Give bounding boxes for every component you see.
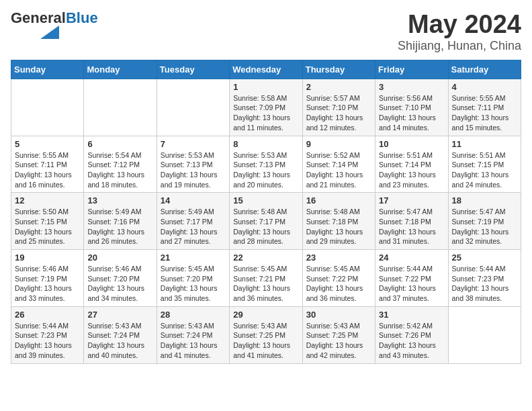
weekday-header-sunday: Sunday xyxy=(11,60,84,79)
day-cell: 5Sunrise: 5:55 AM Sunset: 7:11 PM Daylig… xyxy=(11,136,84,193)
day-number: 27 xyxy=(87,310,152,320)
day-number: 9 xyxy=(306,139,371,149)
day-info: Sunrise: 5:43 AM Sunset: 7:24 PM Dayligh… xyxy=(161,321,226,361)
day-info: Sunrise: 5:48 AM Sunset: 7:17 PM Dayligh… xyxy=(233,207,298,246)
weekday-header-tuesday: Tuesday xyxy=(157,60,229,79)
day-info: Sunrise: 5:46 AM Sunset: 7:20 PM Dayligh… xyxy=(87,264,152,304)
day-number: 29 xyxy=(233,310,298,320)
day-info: Sunrise: 5:47 AM Sunset: 7:18 PM Dayligh… xyxy=(379,207,444,246)
day-cell: 19Sunrise: 5:46 AM Sunset: 7:19 PM Dayli… xyxy=(11,250,84,307)
day-number: 18 xyxy=(452,195,517,205)
day-number: 5 xyxy=(15,139,80,149)
week-row-4: 19Sunrise: 5:46 AM Sunset: 7:19 PM Dayli… xyxy=(11,250,521,307)
day-cell: 30Sunrise: 5:43 AM Sunset: 7:25 PM Dayli… xyxy=(302,306,375,363)
day-info: Sunrise: 5:57 AM Sunset: 7:10 PM Dayligh… xyxy=(306,93,371,133)
day-number: 15 xyxy=(233,195,298,205)
day-info: Sunrise: 5:55 AM Sunset: 7:11 PM Dayligh… xyxy=(15,150,80,190)
day-number: 8 xyxy=(233,139,298,149)
day-number: 23 xyxy=(306,253,371,263)
day-number: 6 xyxy=(87,139,152,149)
day-number: 14 xyxy=(161,195,226,205)
day-number: 17 xyxy=(379,195,444,205)
day-number: 25 xyxy=(452,253,517,263)
day-cell: 10Sunrise: 5:51 AM Sunset: 7:14 PM Dayli… xyxy=(375,136,448,193)
page-header: GeneralBlue May 2024 Shijiang, Hunan, Ch… xyxy=(11,11,521,53)
day-number: 7 xyxy=(161,139,226,149)
day-cell: 2Sunrise: 5:57 AM Sunset: 7:10 PM Daylig… xyxy=(302,79,375,136)
week-row-3: 12Sunrise: 5:50 AM Sunset: 7:15 PM Dayli… xyxy=(11,193,521,250)
day-info: Sunrise: 5:55 AM Sunset: 7:11 PM Dayligh… xyxy=(452,93,517,133)
day-cell: 29Sunrise: 5:43 AM Sunset: 7:25 PM Dayli… xyxy=(230,306,302,363)
day-cell xyxy=(84,79,157,136)
day-number: 24 xyxy=(379,253,444,263)
day-cell: 3Sunrise: 5:56 AM Sunset: 7:10 PM Daylig… xyxy=(375,79,448,136)
day-number: 31 xyxy=(379,310,444,320)
day-info: Sunrise: 5:49 AM Sunset: 7:16 PM Dayligh… xyxy=(87,207,152,246)
day-info: Sunrise: 5:56 AM Sunset: 7:10 PM Dayligh… xyxy=(379,93,444,133)
day-info: Sunrise: 5:53 AM Sunset: 7:13 PM Dayligh… xyxy=(233,150,298,190)
day-number: 30 xyxy=(306,310,371,320)
day-cell: 12Sunrise: 5:50 AM Sunset: 7:15 PM Dayli… xyxy=(11,193,84,250)
day-number: 28 xyxy=(161,310,226,320)
weekday-header-friday: Friday xyxy=(375,60,448,79)
day-number: 2 xyxy=(306,82,371,92)
week-row-5: 26Sunrise: 5:44 AM Sunset: 7:23 PM Dayli… xyxy=(11,306,521,363)
day-info: Sunrise: 5:47 AM Sunset: 7:19 PM Dayligh… xyxy=(452,207,517,246)
day-number: 10 xyxy=(379,139,444,149)
day-info: Sunrise: 5:45 AM Sunset: 7:21 PM Dayligh… xyxy=(233,264,298,304)
day-info: Sunrise: 5:43 AM Sunset: 7:25 PM Dayligh… xyxy=(233,321,298,361)
logo-general-text: General xyxy=(11,9,66,26)
day-cell: 14Sunrise: 5:49 AM Sunset: 7:17 PM Dayli… xyxy=(157,193,229,250)
logo-blue-text: Blue xyxy=(66,9,98,26)
day-cell: 1Sunrise: 5:58 AM Sunset: 7:09 PM Daylig… xyxy=(230,79,302,136)
day-cell: 13Sunrise: 5:49 AM Sunset: 7:16 PM Dayli… xyxy=(84,193,157,250)
day-cell: 17Sunrise: 5:47 AM Sunset: 7:18 PM Dayli… xyxy=(375,193,448,250)
day-info: Sunrise: 5:44 AM Sunset: 7:23 PM Dayligh… xyxy=(452,264,517,304)
day-info: Sunrise: 5:44 AM Sunset: 7:23 PM Dayligh… xyxy=(15,321,80,361)
week-row-1: 1Sunrise: 5:58 AM Sunset: 7:09 PM Daylig… xyxy=(11,79,521,136)
day-cell: 31Sunrise: 5:42 AM Sunset: 7:26 PM Dayli… xyxy=(375,306,448,363)
day-number: 21 xyxy=(161,253,226,263)
day-cell: 24Sunrise: 5:44 AM Sunset: 7:22 PM Dayli… xyxy=(375,250,448,307)
day-info: Sunrise: 5:43 AM Sunset: 7:25 PM Dayligh… xyxy=(306,321,371,361)
day-number: 22 xyxy=(233,253,298,263)
day-cell: 25Sunrise: 5:44 AM Sunset: 7:23 PM Dayli… xyxy=(448,250,521,307)
day-cell: 9Sunrise: 5:52 AM Sunset: 7:14 PM Daylig… xyxy=(302,136,375,193)
day-cell: 26Sunrise: 5:44 AM Sunset: 7:23 PM Dayli… xyxy=(11,306,84,363)
day-cell: 6Sunrise: 5:54 AM Sunset: 7:12 PM Daylig… xyxy=(84,136,157,193)
weekday-header-wednesday: Wednesday xyxy=(230,60,302,79)
day-info: Sunrise: 5:52 AM Sunset: 7:14 PM Dayligh… xyxy=(306,150,371,190)
day-number: 19 xyxy=(15,253,80,263)
day-number: 20 xyxy=(87,253,152,263)
title-block: May 2024 Shijiang, Hunan, China xyxy=(398,11,521,53)
day-info: Sunrise: 5:51 AM Sunset: 7:15 PM Dayligh… xyxy=(452,150,517,190)
location-title: Shijiang, Hunan, China xyxy=(398,39,521,53)
logo: GeneralBlue xyxy=(11,11,98,42)
day-cell xyxy=(11,79,84,136)
day-info: Sunrise: 5:49 AM Sunset: 7:17 PM Dayligh… xyxy=(161,207,226,246)
day-cell: 20Sunrise: 5:46 AM Sunset: 7:20 PM Dayli… xyxy=(84,250,157,307)
day-cell: 15Sunrise: 5:48 AM Sunset: 7:17 PM Dayli… xyxy=(230,193,302,250)
month-title: May 2024 xyxy=(398,11,521,39)
weekday-header-monday: Monday xyxy=(84,60,157,79)
day-cell: 23Sunrise: 5:45 AM Sunset: 7:22 PM Dayli… xyxy=(302,250,375,307)
day-cell: 28Sunrise: 5:43 AM Sunset: 7:24 PM Dayli… xyxy=(157,306,229,363)
day-cell: 22Sunrise: 5:45 AM Sunset: 7:21 PM Dayli… xyxy=(230,250,302,307)
day-info: Sunrise: 5:53 AM Sunset: 7:13 PM Dayligh… xyxy=(161,150,226,190)
day-info: Sunrise: 5:54 AM Sunset: 7:12 PM Dayligh… xyxy=(87,150,152,190)
weekday-header-row: SundayMondayTuesdayWednesdayThursdayFrid… xyxy=(11,60,521,79)
day-info: Sunrise: 5:44 AM Sunset: 7:22 PM Dayligh… xyxy=(379,264,444,304)
day-cell xyxy=(157,79,229,136)
day-number: 11 xyxy=(452,139,517,149)
day-number: 16 xyxy=(306,195,371,205)
day-info: Sunrise: 5:45 AM Sunset: 7:22 PM Dayligh… xyxy=(306,264,371,304)
day-info: Sunrise: 5:43 AM Sunset: 7:24 PM Dayligh… xyxy=(87,321,152,361)
day-number: 26 xyxy=(15,310,80,320)
week-row-2: 5Sunrise: 5:55 AM Sunset: 7:11 PM Daylig… xyxy=(11,136,521,193)
weekday-header-thursday: Thursday xyxy=(302,60,375,79)
day-info: Sunrise: 5:50 AM Sunset: 7:15 PM Dayligh… xyxy=(15,207,80,246)
calendar-table: SundayMondayTuesdayWednesdayThursdayFrid… xyxy=(11,60,521,364)
day-number: 1 xyxy=(233,82,298,92)
day-cell: 27Sunrise: 5:43 AM Sunset: 7:24 PM Dayli… xyxy=(84,306,157,363)
day-cell: 18Sunrise: 5:47 AM Sunset: 7:19 PM Dayli… xyxy=(448,193,521,250)
